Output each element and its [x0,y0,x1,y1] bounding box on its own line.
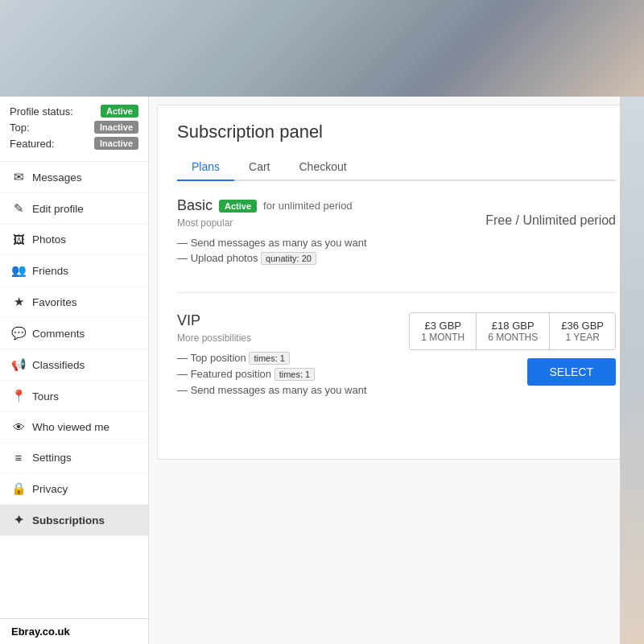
top-badge: Inactive [94,121,138,134]
plan-name-basic: Basic [177,197,213,214]
price-value: £18 GBP [488,320,538,332]
feature-badge: times: 1 [249,352,290,365]
privacy-icon: 🔒 [11,481,26,496]
tabs-container: PlansCartCheckout [177,154,616,181]
top-label: Top: [10,122,30,134]
tours-icon: 📍 [11,389,26,403]
plan-features-basic: Send messages as many as you wantUpload … [177,237,485,265]
sidebar-nav: ✉Messages✎Edit profile🖼Photos👥Friends★Fa… [0,162,148,618]
sidebar-item-subscriptions[interactable]: ✦Subscriptions [0,505,148,536]
sidebar-label-privacy: Privacy [32,483,68,495]
plan-vip: VIP More possibilities Top position time… [177,312,616,423]
sidebar-item-edit-profile[interactable]: ✎Edit profile [0,193,148,225]
sidebar-item-tours[interactable]: 📍Tours [0,381,148,412]
sidebar-label-settings: Settings [32,452,72,464]
price-duration: 1 MONTH [421,332,464,343]
classifieds-icon: 📢 [11,357,26,372]
feature-badge: qunatity: 20 [261,252,316,265]
select-button-vip[interactable]: SELECT [527,358,616,386]
featured-label: Featured: [10,138,55,150]
profile-info: Profile status: Active Top: Inactive Fea… [0,97,148,162]
sidebar-item-messages[interactable]: ✉Messages [0,162,148,193]
plan-features-vip: Top position times: 1Featured position t… [177,352,409,396]
favorites-icon: ★ [11,295,26,309]
plan-name-vip: VIP [177,312,200,329]
sidebar-label-edit-profile: Edit profile [32,203,84,215]
sidebar-item-settings[interactable]: ≡Settings [0,443,148,473]
sidebar-label-friends: Friends [32,265,68,277]
price-value: £3 GBP [421,320,464,332]
plan-feature: Top position times: 1 [177,352,409,365]
tab-cart[interactable]: Cart [234,154,284,181]
sidebar-label-messages: Messages [32,171,82,184]
settings-icon: ≡ [11,451,26,464]
price-option-1[interactable]: £18 GBP 6 MONTHS [477,313,550,349]
sidebar-label-tours: Tours [32,390,59,402]
profile-status-label: Profile status: [10,105,73,118]
price-options: £3 GBP 1 MONTH £18 GBP 6 MONTHS £36 GBP … [409,312,616,350]
sidebar-footer: Ebray.co.uk [0,618,148,644]
tab-plans[interactable]: Plans [177,154,234,181]
plan-basic: BasicActivefor unlimited period Most pop… [177,197,616,293]
profile-status-badge: Active [101,105,138,118]
feature-badge: times: 1 [275,368,316,381]
plan-feature: Featured position times: 1 [177,368,409,381]
free-price: Free / Unlimited period [485,197,616,228]
plan-feature: Send messages as many as you want [177,237,485,249]
price-option-0[interactable]: £3 GBP 1 MONTH [410,313,477,349]
plan-feature: Send messages as many as you want [177,384,409,396]
subscription-panel: Subscription panel PlansCartCheckout Bas… [157,105,636,460]
main-content: Subscription panel PlansCartCheckout Bas… [149,97,644,644]
bg-photo [620,97,644,644]
tab-checkout[interactable]: Checkout [284,154,361,181]
sidebar-item-photos[interactable]: 🖼Photos [0,225,148,255]
plan-badge-basic: Active [219,200,257,213]
sidebar-label-classifieds: Classifieds [32,359,85,371]
sidebar-item-privacy[interactable]: 🔒Privacy [0,473,148,505]
messages-icon: ✉ [11,170,26,184]
who-viewed-me-icon: 👁 [11,420,26,434]
sidebar-item-friends[interactable]: 👥Friends [0,255,148,287]
sidebar: Profile status: Active Top: Inactive Fea… [0,97,149,644]
subscriptions-icon: ✦ [11,513,26,527]
price-option-2[interactable]: £36 GBP 1 YEAR [550,313,615,349]
sidebar-label-favorites: Favorites [32,296,77,308]
edit-profile-icon: ✎ [11,201,26,216]
sidebar-label-subscriptions: Subscriptions [32,514,105,526]
sidebar-item-comments[interactable]: 💬Comments [0,318,148,349]
top-banner [0,0,644,97]
plan-feature: Upload photos qunatity: 20 [177,252,485,265]
sidebar-label-comments: Comments [32,328,85,340]
sidebar-item-who-viewed-me[interactable]: 👁Who viewed me [0,412,148,443]
plan-subtitle-basic: Most popular [177,217,485,229]
price-duration: 6 MONTHS [488,332,538,343]
friends-icon: 👥 [11,263,26,278]
plan-subtitle-vip: More possibilities [177,332,409,344]
plans-container: BasicActivefor unlimited period Most pop… [177,197,616,423]
sidebar-label-who-viewed-me: Who viewed me [32,421,109,433]
price-value: £36 GBP [561,320,604,332]
panel-title: Subscription panel [177,122,616,142]
sidebar-label-photos: Photos [32,233,66,246]
comments-icon: 💬 [11,326,26,341]
sidebar-item-favorites[interactable]: ★Favorites [0,287,148,318]
photos-icon: 🖼 [11,233,26,246]
sidebar-item-classifieds[interactable]: 📢Classifieds [0,349,148,381]
plan-period-basic: for unlimited period [263,200,353,212]
price-duration: 1 YEAR [561,332,604,343]
featured-badge: Inactive [94,137,138,150]
